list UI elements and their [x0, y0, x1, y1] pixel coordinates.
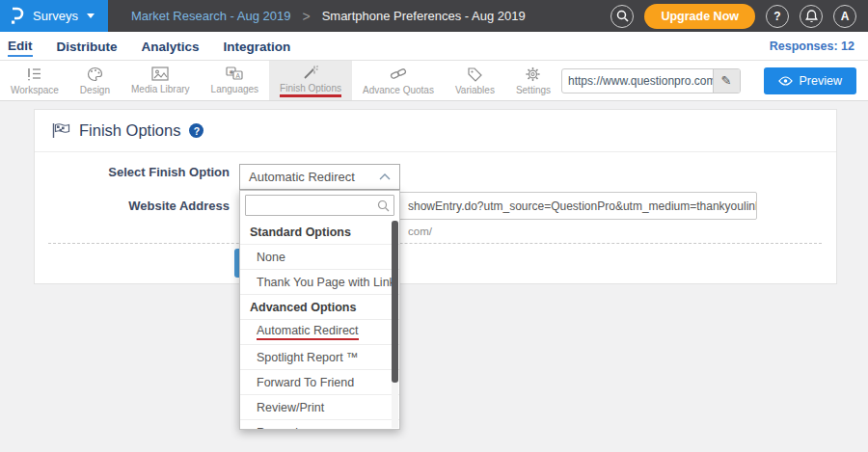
section-divider: [48, 243, 822, 244]
finish-option-selected-value: Automatic Redirect: [249, 170, 355, 184]
select-finish-option-label: Select Finish Option: [58, 165, 230, 179]
website-address-helper: com/: [408, 226, 432, 237]
help-badge[interactable]: ?: [189, 123, 203, 138]
preview-button[interactable]: Preview: [764, 67, 856, 94]
toolbar-item-finish-options[interactable]: Finish Options: [269, 61, 352, 100]
toolbar-item-label: Settings: [516, 85, 551, 95]
dropdown-group-advanced: Advanced Options: [240, 295, 399, 320]
design-palette-icon: [87, 66, 103, 82]
pencil-icon: ✎: [721, 73, 732, 88]
languages-icon: ✱A: [226, 66, 243, 81]
tab-integration[interactable]: Integration: [224, 36, 291, 56]
toolbar-item-settings[interactable]: Settings: [505, 61, 561, 100]
dropdown-option-rewards[interactable]: Rewards: [240, 420, 399, 430]
toolbar-item-label: Advance Quotas: [363, 85, 434, 95]
dropdown-search-input[interactable]: [245, 195, 394, 216]
app-window: Surveys Market Research - Aug 2019 > Sma…: [0, 0, 868, 452]
settings-gear-icon: [525, 66, 541, 82]
dropdown-scrollbar-thumb[interactable]: [392, 221, 398, 383]
page-title: Finish Options: [79, 121, 180, 140]
search-button[interactable]: [610, 5, 634, 28]
search-icon: [616, 10, 629, 22]
toolbar-item-label: Finish Options: [280, 83, 341, 97]
tab-analytics[interactable]: Analytics: [142, 36, 200, 56]
variables-tag-icon: [467, 66, 483, 82]
breadcrumb-current: Smartphone Preferences - Aug 2019: [322, 9, 526, 23]
questionpro-logo-icon: [10, 6, 24, 26]
toolbar-item-label: Media Library: [131, 84, 190, 94]
finish-flag-icon: [51, 122, 70, 139]
toolbar-item-workspace[interactable]: Workspace: [0, 61, 69, 100]
page-content: Finish Options ? Select Finish Option We…: [0, 101, 868, 452]
toolbar-item-languages[interactable]: ✱A Languages: [201, 61, 270, 100]
edit-url-button[interactable]: ✎: [713, 69, 740, 93]
toolbar-item-variables[interactable]: Variables: [445, 61, 505, 100]
dropdown-scrollbar-track[interactable]: [392, 221, 398, 428]
toolbar-item-label: Workspace: [11, 85, 59, 95]
toolbar-item-media-library[interactable]: Media Library: [121, 61, 201, 100]
chevron-down-icon: [87, 13, 95, 18]
responses-count: Responses: 12: [770, 40, 854, 53]
tab-row: Edit Distribute Analytics Integration Re…: [0, 32, 868, 61]
bell-icon: [805, 10, 818, 23]
quota-links-icon: [390, 66, 407, 82]
toolbar-item-label: Variables: [455, 85, 495, 95]
breadcrumb: Market Research - Aug 2019 > Smartphone …: [131, 9, 526, 24]
dropdown-option-spotlight-report[interactable]: Spotlight Report ™: [240, 345, 399, 370]
eye-icon: [778, 76, 793, 86]
dropdown-option-forward-to-friend[interactable]: Forward To Friend: [240, 370, 399, 395]
chevron-up-icon: [379, 173, 391, 180]
notifications-button[interactable]: [800, 5, 823, 28]
workspace-icon: [26, 66, 42, 82]
help-button[interactable]: ?: [766, 5, 789, 28]
search-icon: [377, 199, 390, 212]
media-library-icon: [151, 66, 169, 81]
dropdown-group-standard: Standard Options: [240, 220, 399, 245]
finish-options-wand-icon: [303, 65, 319, 80]
toolbar-item-advance-quotas[interactable]: Advance Quotas: [352, 61, 445, 100]
dropdown-search-wrap: [240, 191, 399, 220]
dropdown-option-automatic-redirect[interactable]: Automatic Redirect: [240, 320, 399, 345]
dropdown-option-review-print[interactable]: Review/Print: [240, 395, 399, 420]
breadcrumb-parent-link[interactable]: Market Research - Aug 2019: [131, 9, 290, 23]
panel-header: Finish Options ?: [35, 110, 836, 152]
toolbar-item-label: Languages: [211, 84, 259, 94]
product-menu-label: Surveys: [33, 9, 78, 23]
finish-option-select[interactable]: Automatic Redirect: [239, 164, 400, 190]
topbar: Surveys Market Research - Aug 2019 > Sma…: [0, 0, 868, 32]
survey-url-field[interactable]: https://www.questionpro.com/t/A ✎: [561, 68, 741, 93]
finish-option-dropdown: Standard Options None Thank You Page wit…: [239, 190, 400, 430]
topbar-actions: Upgrade Now ? A: [610, 4, 868, 29]
tab-distribute[interactable]: Distribute: [57, 36, 118, 56]
preview-button-label: Preview: [800, 74, 842, 88]
product-menu[interactable]: Surveys: [0, 0, 108, 32]
breadcrumb-separator: >: [302, 9, 310, 24]
survey-url-value: https://www.questionpro.com/t/A: [562, 74, 713, 88]
avatar[interactable]: A: [833, 5, 856, 28]
svg-text:A: A: [236, 72, 241, 79]
website-address-label: Website Address: [58, 199, 230, 213]
dropdown-option-thank-you-page[interactable]: Thank You Page with Link: [240, 270, 399, 295]
toolbar-item-label: Design: [80, 85, 110, 95]
toolbar: Workspace Design Media Library ✱A Langua…: [0, 61, 868, 101]
tab-edit[interactable]: Edit: [8, 35, 33, 57]
dropdown-option-none[interactable]: None: [240, 245, 399, 270]
upgrade-now-button[interactable]: Upgrade Now: [644, 4, 755, 29]
toolbar-item-design[interactable]: Design: [69, 61, 121, 100]
